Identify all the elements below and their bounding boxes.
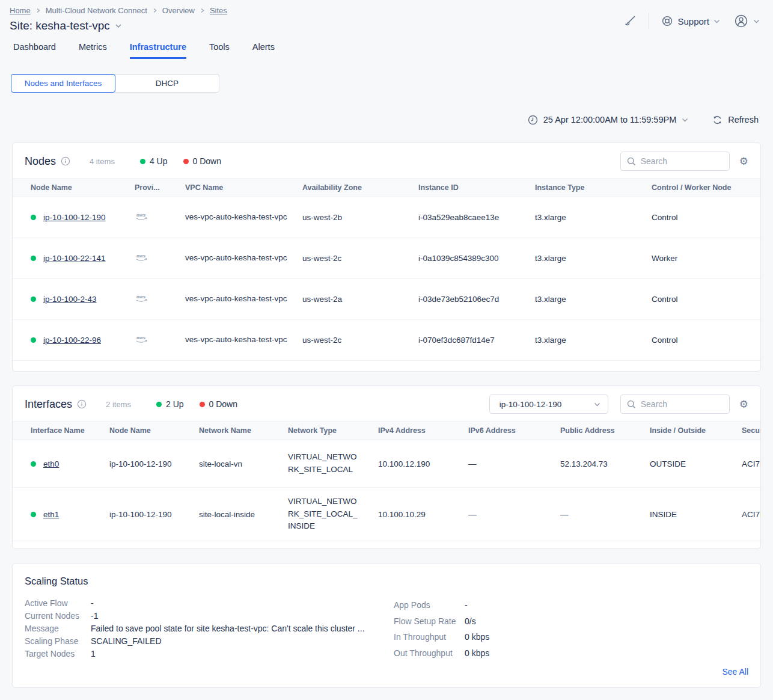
interfaces-search-input[interactable]	[641, 399, 723, 409]
node-name: ip-10-100-12-190	[109, 459, 199, 468]
subtab-nodes-and-interfaces[interactable]: Nodes and Interfaces	[11, 74, 115, 93]
instance-type: t3.xlarge	[535, 336, 652, 345]
page-title: Site: kesha-test-vpc	[10, 19, 227, 32]
vpc-name: ves-vpc-auto-kesha-test-vpc	[185, 211, 293, 224]
availability-zone: us-west-2c	[302, 254, 418, 263]
col-instance-type: Instance Type	[535, 183, 652, 192]
interfaces-up-count: 2 Up	[156, 399, 184, 409]
interface-link[interactable]: eth1	[43, 510, 59, 519]
interfaces-down-label: 0 Down	[209, 399, 237, 409]
interfaces-title-text: Interfaces	[25, 398, 72, 411]
chevron-down-icon	[713, 19, 720, 23]
nodes-search-input[interactable]	[641, 156, 723, 166]
vpc-name: ves-vpc-auto-kesha-test-vpc	[185, 334, 293, 346]
nodes-title-text: Nodes	[25, 155, 56, 168]
search-icon	[627, 400, 636, 409]
customize-brush-button[interactable]	[622, 13, 638, 29]
breadcrumb-overview[interactable]: Overview	[162, 6, 195, 15]
tab-dashboard[interactable]: Dashboard	[13, 42, 56, 59]
info-icon[interactable]	[61, 156, 70, 166]
chevron-right-icon	[152, 8, 157, 13]
tab-metrics[interactable]: Metrics	[79, 42, 107, 59]
nodes-items-count: 4 items	[90, 157, 115, 166]
red-dot-icon	[183, 159, 189, 164]
chevron-down-icon[interactable]	[115, 23, 122, 28]
refresh-button[interactable]: Refresh	[712, 115, 759, 125]
node-link[interactable]: ip-10-100-22-141	[43, 254, 106, 263]
table-row: eth0 ip-10-100-12-190 site-local-vn VIRT…	[13, 440, 760, 488]
node-link[interactable]: ip-10-100-22-96	[43, 336, 101, 345]
account-menu[interactable]	[732, 12, 761, 30]
col-control-worker: Control / Worker Node	[652, 183, 748, 192]
network-name: site-local-vn	[199, 459, 288, 468]
see-all-link[interactable]: See All	[722, 667, 748, 677]
node-link[interactable]: ip-10-100-12-190	[43, 213, 106, 222]
tab-infrastructure[interactable]: Infrastructure	[130, 42, 186, 59]
table-row: ip-10-100-2-43 aws ves-vpc-auto-kesha-te…	[13, 279, 760, 320]
kv-message: MessageFailed to save pool state for sit…	[25, 622, 394, 635]
interface-link[interactable]: eth0	[43, 459, 59, 468]
col-vpc-name: VPC Name	[185, 183, 302, 192]
time-range-picker[interactable]: 25 Apr 12:00:00AM to 11:59:59PM	[528, 115, 688, 125]
status-dot-icon	[31, 461, 36, 467]
ipv4-address: 10.100.12.190	[378, 459, 468, 468]
tab-tools[interactable]: Tools	[209, 42, 230, 59]
col-interface-name: Interface Name	[31, 426, 109, 435]
vpc-name: ves-vpc-auto-kesha-test-vpc	[185, 252, 293, 265]
status-dot-icon	[31, 215, 36, 220]
avatar-icon	[733, 13, 749, 29]
kv-out-throughput: Out Throughput0 kbps	[394, 645, 694, 662]
interfaces-card-header: Interfaces 2 items 2 Up 0 Down ip-10-100…	[13, 386, 760, 421]
col-inside-outside: Inside / Outside	[650, 426, 742, 435]
col-node-name: Node Name	[31, 183, 135, 192]
ipv6-address: —	[468, 510, 560, 519]
provider-aws-icon: aws	[135, 253, 185, 264]
kv-in-throughput: In Throughput0 kbps	[394, 629, 694, 645]
interfaces-down-count: 0 Down	[200, 399, 237, 409]
chevron-down-icon	[682, 118, 688, 122]
status-dot-icon	[31, 256, 36, 261]
nodes-card-header: Nodes 4 items 4 Up 0 Down ⚙	[13, 143, 760, 178]
table-row: ip-10-100-12-190 aws ves-vpc-auto-kesha-…	[13, 197, 760, 238]
support-menu[interactable]: Support	[660, 14, 721, 28]
headset-icon	[661, 15, 673, 27]
availability-zone: us-west-2b	[302, 213, 418, 222]
chevron-down-icon	[594, 402, 600, 407]
public-address: 52.13.204.73	[560, 459, 650, 468]
nodes-title: Nodes	[25, 155, 70, 168]
availability-zone: us-west-2a	[302, 295, 418, 304]
time-range-label: 25 Apr 12:00:00AM to 11:59:59PM	[543, 115, 676, 124]
node-filter-select[interactable]: ip-10-100-12-190	[489, 395, 608, 414]
network-type: VIRTUAL_NETWORK_SITE_LOCAL_INSIDE	[288, 496, 359, 533]
nodes-up-label: 4 Up	[150, 156, 168, 166]
support-label: Support	[677, 16, 709, 26]
kv-app-pods: App Pods-	[394, 597, 694, 613]
table-row: eth1 ip-10-100-12-190 site-local-inside …	[13, 488, 760, 541]
breadcrumb-sites[interactable]: Sites	[210, 6, 227, 15]
nodes-down-label: 0 Down	[193, 156, 221, 166]
kv-flow-setup-rate: Flow Setup Rate0/s	[394, 613, 694, 630]
breadcrumb-home[interactable]: Home	[10, 6, 31, 15]
provider-aws-icon: aws	[135, 212, 185, 223]
col-public-address: Public Address	[560, 426, 650, 435]
gear-icon[interactable]: ⚙	[739, 156, 748, 167]
scaling-status-title: Scaling Status	[25, 576, 748, 587]
breadcrumb: Home Multi-Cloud Network Connect Overvie…	[10, 6, 227, 15]
instance-type: t3.xlarge	[535, 295, 652, 304]
node-link[interactable]: ip-10-100-2-43	[43, 295, 97, 304]
chevron-down-icon	[753, 19, 760, 23]
network-type: VIRTUAL_NETWORK_SITE_LOCAL	[288, 451, 359, 476]
interfaces-card: Interfaces 2 items 2 Up 0 Down ip-10-100…	[12, 385, 761, 549]
provider-aws-icon: aws	[135, 334, 185, 346]
instance-id: i-03a529eab8caee13e	[418, 213, 535, 222]
time-toolbar: 25 Apr 12:00:00AM to 11:59:59PM Refresh	[0, 111, 773, 129]
tab-alerts[interactable]: Alerts	[252, 42, 275, 59]
subtab-dhcp[interactable]: DHCP	[115, 74, 219, 93]
ipv4-address: 10.100.10.29	[378, 510, 468, 519]
ipv6-address: —	[468, 459, 560, 468]
status-dot-icon	[31, 337, 36, 343]
breadcrumb-mcn[interactable]: Multi-Cloud Network Connect	[46, 6, 147, 15]
info-icon[interactable]	[77, 399, 87, 409]
gear-icon[interactable]: ⚙	[739, 399, 748, 410]
node-name: ip-10-100-12-190	[109, 510, 199, 519]
